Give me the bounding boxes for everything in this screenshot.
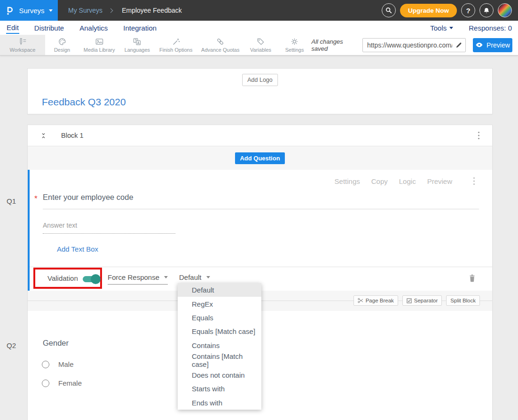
dropdown-item-equals-match-case[interactable]: Equals [Match case] — [178, 325, 261, 338]
toolbar-item-settings[interactable]: Settings — [278, 35, 312, 55]
dropdown-item-starts-with[interactable]: Starts with — [178, 382, 261, 396]
force-response-select[interactable]: Force Response — [108, 273, 168, 285]
workspace-icon — [18, 37, 27, 46]
tab-edit[interactable]: Edit — [6, 22, 19, 34]
survey-url-field — [362, 38, 466, 52]
answer-text-field[interactable]: Answer text — [43, 222, 175, 234]
image-icon — [95, 37, 104, 46]
help-button[interactable]: ? — [461, 3, 475, 17]
question-1-text[interactable]: Enter your employee code — [43, 193, 479, 209]
dropdown-item-contains-match-case[interactable]: Contains [Match case] — [178, 352, 261, 368]
survey-editor-page: Surveys My Surveys Employee Feedback Upg… — [0, 0, 518, 420]
page-break-button[interactable]: Page Break — [353, 295, 398, 306]
survey-title[interactable]: Feedback Q3 2020 — [42, 96, 126, 108]
magic-wand-icon — [172, 37, 181, 46]
block-title[interactable]: Block 1 — [61, 132, 84, 139]
translate-icon — [133, 37, 141, 46]
dropdown-item-default[interactable]: Default — [178, 283, 261, 297]
breadcrumb-separator-icon — [109, 8, 113, 13]
add-question-strip: Add Question — [28, 146, 492, 170]
checkbox-checked-icon — [407, 298, 412, 303]
dropdown-item-does-not-contain[interactable]: Does not contain — [178, 368, 261, 382]
add-text-box-link[interactable]: Add Text Box — [57, 245, 98, 253]
chevron-down-icon — [206, 276, 210, 278]
search-icon — [385, 7, 392, 14]
breadcrumb: My Surveys Employee Feedback — [68, 7, 182, 14]
breadcrumb-my-surveys[interactable]: My Surveys — [68, 7, 102, 14]
validation-type-dropdown-menu: Default RegEx Equals Equals [Match case]… — [178, 283, 261, 410]
chain-links-icon — [216, 37, 225, 46]
toolbar-item-languages[interactable]: Languages — [119, 35, 155, 55]
tab-distribute[interactable]: Distribute — [34, 23, 64, 33]
bell-icon — [483, 7, 490, 15]
validation-label: Validation — [47, 274, 78, 282]
tab-integration[interactable]: Integration — [123, 23, 157, 33]
editor-toolbar: Workspace Design Media Library — [0, 35, 518, 55]
chevron-down-icon — [49, 9, 53, 12]
toolbar-item-design[interactable]: Design — [45, 35, 79, 55]
eye-icon — [475, 42, 483, 48]
toolbar-item-advance-quotas[interactable]: Advance Quotas — [197, 35, 244, 55]
divider-buttons: Page Break Separator Split Block — [353, 295, 480, 306]
dropdown-item-regex[interactable]: RegEx — [178, 297, 261, 310]
question-logic-link[interactable]: Logic — [399, 177, 416, 185]
toggle-knob — [91, 274, 101, 284]
dropdown-item-equals[interactable]: Equals — [178, 311, 261, 325]
separator-button[interactable]: Separator — [402, 295, 442, 306]
scissors-icon — [358, 298, 363, 303]
question-preview-link[interactable]: Preview — [427, 177, 452, 185]
notifications-button[interactable] — [479, 3, 494, 17]
delete-question-trash-icon[interactable] — [468, 274, 476, 283]
navbar-actions: Upgrade Now ? — [382, 3, 518, 17]
validation-toggle[interactable] — [83, 276, 100, 282]
survey-url-input[interactable] — [362, 38, 466, 52]
gear-icon — [290, 37, 299, 46]
dropdown-item-ends-with[interactable]: Ends with — [178, 396, 261, 410]
survey-header-card: Add Logo Feedback Q3 2020 — [27, 68, 493, 114]
toolbar-item-variables[interactable]: Variables — [244, 35, 278, 55]
question-copy-link[interactable]: Copy — [371, 177, 388, 185]
toolbar-item-workspace[interactable]: Workspace — [0, 35, 45, 55]
question-2-text[interactable]: Gender — [43, 339, 69, 348]
add-question-button[interactable]: Add Question — [235, 152, 284, 164]
tab-analytics[interactable]: Analytics — [79, 23, 108, 33]
autosave-status: All changes saved — [312, 38, 356, 52]
responses-count[interactable]: Responses: 0 — [469, 24, 512, 32]
required-asterisk: * — [34, 194, 38, 204]
product-menu[interactable]: Surveys — [0, 0, 58, 21]
breadcrumb-current: Employee Feedback — [122, 7, 182, 14]
block-header: Block 1 — [28, 125, 492, 146]
question-settings-link[interactable]: Settings — [335, 177, 360, 185]
toolbar-item-finish-options[interactable]: Finish Options — [155, 35, 197, 55]
question-menu-kebab-icon[interactable] — [473, 177, 475, 185]
block-menu-kebab-icon[interactable] — [478, 131, 480, 140]
tag-icon — [256, 37, 265, 46]
user-avatar[interactable] — [498, 3, 512, 17]
radio-button-icon[interactable] — [42, 380, 49, 387]
search-button[interactable] — [382, 3, 396, 17]
tools-menu[interactable]: Tools — [430, 24, 453, 32]
palette-icon — [58, 37, 67, 46]
tabbar-right: Tools Responses: 0 — [430, 24, 512, 32]
collapse-block-icon[interactable] — [40, 132, 47, 140]
tools-label: Tools — [430, 24, 447, 32]
chevron-down-icon — [449, 27, 453, 29]
question-actions: Settings Copy Logic Preview — [335, 177, 475, 185]
chevron-down-icon — [164, 276, 168, 278]
radio-option-male[interactable]: Male — [42, 360, 74, 368]
toolbar-item-media-library[interactable]: Media Library — [79, 35, 119, 55]
help-question-mark: ? — [466, 7, 470, 15]
preview-button[interactable]: Preview — [473, 38, 512, 52]
question-1-id-label: Q1 — [7, 197, 16, 205]
dropdown-item-contains[interactable]: Contains — [178, 339, 261, 352]
question-2-id-label: Q2 — [7, 341, 16, 349]
add-logo-button[interactable]: Add Logo — [242, 74, 278, 86]
edit-url-pencil-icon[interactable] — [455, 41, 463, 49]
question-1-card: Settings Copy Logic Preview * Enter your… — [28, 170, 492, 291]
split-block-button[interactable]: Split Block — [446, 295, 480, 306]
radio-option-female[interactable]: Female — [42, 379, 82, 387]
radio-button-icon[interactable] — [42, 361, 49, 368]
top-navbar: Surveys My Surveys Employee Feedback Upg… — [0, 0, 518, 21]
product-name: Surveys — [19, 7, 44, 15]
upgrade-now-button[interactable]: Upgrade Now — [400, 4, 457, 17]
